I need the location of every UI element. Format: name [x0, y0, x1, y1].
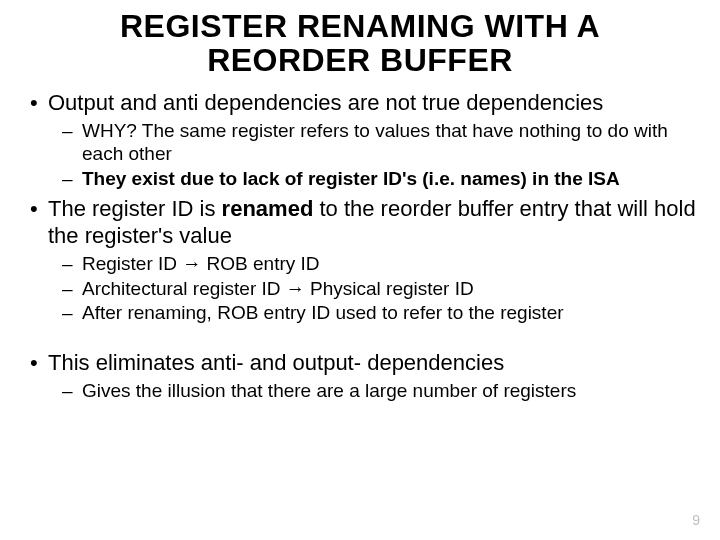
bullet-3-sub-1: Gives the illusion that there are a larg…: [82, 379, 696, 403]
title-line-1: REGISTER RENAMING WITH A: [120, 8, 600, 44]
bullet-1-sub-2: They exist due to lack of register ID's …: [82, 167, 696, 191]
bullet-1-sub-1: WHY? The same register refers to values …: [82, 119, 696, 167]
bullet-3-text: This eliminates anti- and output- depend…: [48, 350, 504, 375]
bullet-2-sublist: Register ID → ROB entry ID Architectural…: [48, 252, 696, 325]
page-number: 9: [692, 512, 700, 528]
bullet-2-sub-2: Architectural register ID → Physical reg…: [82, 277, 696, 301]
slide-title: REGISTER RENAMING WITH A REORDER BUFFER: [24, 10, 696, 77]
bullet-1-text: Output and anti dependencies are not tru…: [48, 90, 603, 115]
bullet-1: Output and anti dependencies are not tru…: [48, 89, 696, 191]
bullet-3: This eliminates anti- and output- depend…: [48, 349, 696, 402]
bullet-2-text: The register ID is renamed to the reorde…: [48, 196, 696, 249]
bullet-2-sub-1: Register ID → ROB entry ID: [82, 252, 696, 276]
bullet-2-sub-3: After renaming, ROB entry ID used to ref…: [82, 301, 696, 325]
bullet-2: The register ID is renamed to the reorde…: [48, 195, 696, 325]
bullet-1-sublist: WHY? The same register refers to values …: [48, 119, 696, 191]
title-line-2: REORDER BUFFER: [207, 42, 513, 78]
bullet-3-sublist: Gives the illusion that there are a larg…: [48, 379, 696, 403]
bullet-list: Output and anti dependencies are not tru…: [24, 89, 696, 402]
